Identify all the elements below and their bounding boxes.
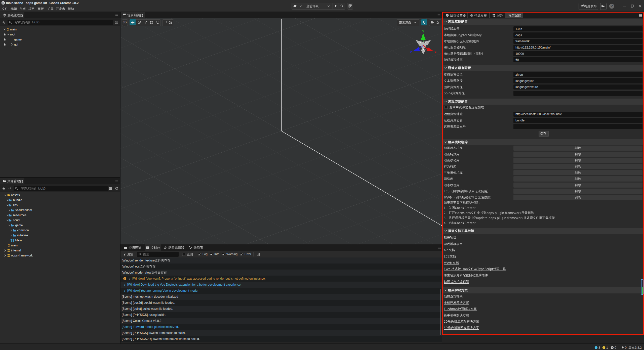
svg-text:Y: Y <box>422 30 424 33</box>
svg-text:X: X <box>434 51 436 54</box>
svg-text:Z: Z <box>410 51 412 54</box>
svg-text:?: ? <box>611 4 613 8</box>
